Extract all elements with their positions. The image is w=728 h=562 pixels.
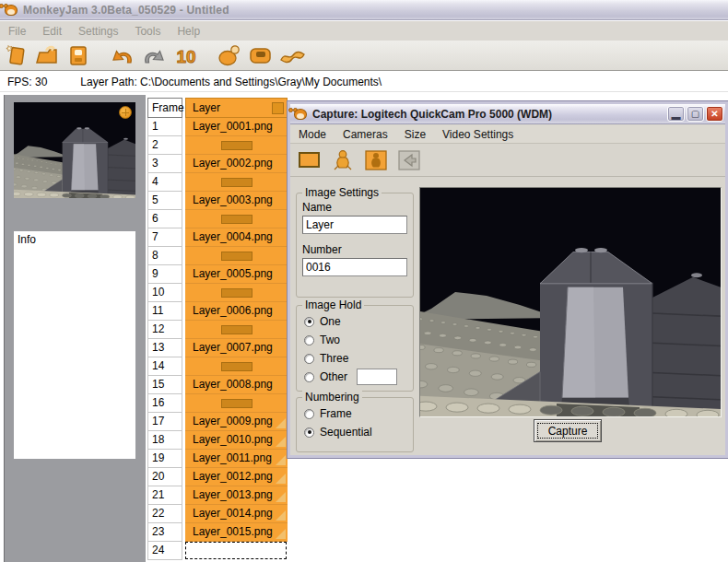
name-input[interactable] <box>302 216 407 234</box>
monkey-live-icon[interactable] <box>329 147 357 173</box>
numbering-option-sequential[interactable]: Sequential <box>304 424 413 440</box>
layer-cell[interactable]: Layer_0014.png <box>185 505 288 523</box>
layer-cell[interactable] <box>185 357 288 376</box>
frame-number-cell[interactable]: 18 <box>147 431 182 450</box>
radio-icon[interactable] <box>304 409 314 419</box>
frame-number-cell[interactable]: 15 <box>147 376 182 394</box>
layer-cell[interactable] <box>185 173 288 192</box>
capture-button[interactable]: Capture <box>534 419 602 442</box>
frame-column-header[interactable]: Frame <box>147 98 182 118</box>
layer-cell[interactable]: Layer_0009.png <box>185 413 288 431</box>
preview-panel: Info <box>4 95 146 562</box>
frame-number-cell[interactable]: 23 <box>147 523 182 542</box>
layer-cell[interactable] <box>185 136 288 155</box>
capture-box-icon[interactable] <box>247 42 275 68</box>
menu-edit[interactable]: Edit <box>34 22 70 41</box>
image-hold-option-two[interactable]: Two <box>304 332 413 348</box>
layer-cell[interactable]: Layer_0007.png <box>185 339 288 357</box>
layer-cell[interactable] <box>185 247 288 265</box>
undo-icon[interactable] <box>109 42 136 68</box>
monkey-overlay-icon[interactable] <box>362 147 390 173</box>
frame-number-cell[interactable]: 20 <box>147 468 182 486</box>
radio-icon[interactable] <box>304 317 314 327</box>
frame-number-cell[interactable]: 12 <box>147 321 182 339</box>
frame-number-cell[interactable]: 14 <box>147 357 182 376</box>
layer-cell[interactable] <box>185 321 288 339</box>
layer-cell[interactable] <box>185 542 288 560</box>
menu-mode[interactable]: Mode <box>290 126 335 143</box>
frame-number-cell[interactable]: 2 <box>147 136 182 155</box>
layer-cell[interactable]: Layer_0004.png <box>185 228 288 247</box>
frame-number-cell[interactable]: 6 <box>147 210 182 228</box>
frame-number-cell[interactable]: 8 <box>147 247 182 265</box>
frame-number-cell[interactable]: 1 <box>147 118 182 136</box>
number-input[interactable] <box>302 258 407 276</box>
layer-cell[interactable]: Layer_0015.png <box>185 523 288 542</box>
hold-indicator <box>221 178 252 187</box>
layer-header-button[interactable] <box>272 102 284 114</box>
layer-column-header[interactable]: Layer <box>185 98 288 118</box>
hold-indicator <box>221 362 252 371</box>
layer-cell[interactable]: Layer_0003.png <box>185 192 288 210</box>
radio-icon[interactable] <box>304 372 314 382</box>
layer-cell[interactable]: Layer_0013.png <box>185 486 288 505</box>
capture-frame-icon[interactable] <box>296 147 323 173</box>
hold-indicator <box>221 399 252 408</box>
layer-cell[interactable]: Layer_0008.png <box>185 376 288 394</box>
menu-tools[interactable]: Tools <box>126 22 169 41</box>
frame-number-cell[interactable]: 22 <box>147 505 182 523</box>
radio-icon[interactable] <box>304 427 314 438</box>
video-preview <box>419 187 722 417</box>
layer-cell[interactable] <box>185 394 288 413</box>
layer-cell[interactable]: Layer_0006.png <box>185 302 288 321</box>
layer-cell[interactable] <box>185 210 288 228</box>
monkeyjam-logo-icon <box>4 3 18 18</box>
layer-cell[interactable] <box>185 284 288 302</box>
onion-skin-icon[interactable] <box>216 42 243 68</box>
export-movie-icon[interactable] <box>278 42 306 68</box>
menu-settings[interactable]: Settings <box>70 22 126 41</box>
menu-file[interactable]: File <box>0 22 34 41</box>
frame-number-cell[interactable]: 3 <box>147 155 182 173</box>
close-button[interactable]: ✕ <box>706 106 723 122</box>
frame-number-cell[interactable]: 11 <box>147 302 182 321</box>
frame-number-cell[interactable]: 5 <box>147 192 182 210</box>
frame-number-cell[interactable]: 17 <box>147 413 182 431</box>
image-hold-option-one[interactable]: One <box>304 313 413 330</box>
menu-size[interactable]: Size <box>396 126 434 143</box>
redo-icon[interactable] <box>140 42 168 68</box>
radio-icon[interactable] <box>304 335 314 345</box>
radio-label: Other <box>320 370 347 383</box>
frame-number-cell[interactable]: 4 <box>147 173 182 192</box>
layer-cell[interactable]: Layer_0002.png <box>185 155 288 173</box>
other-hold-input[interactable] <box>357 369 397 385</box>
menu-help[interactable]: Help <box>169 22 208 41</box>
frame-number-cell[interactable]: 10 <box>147 284 182 302</box>
preview-nav-button-icon[interactable] <box>119 106 132 119</box>
layer-cell[interactable]: Layer_0011.png <box>185 450 288 468</box>
layer-cell[interactable]: Layer_0012.png <box>185 468 288 486</box>
menu-video-settings[interactable]: Video Settings <box>434 126 522 143</box>
image-hold-option-three[interactable]: Three <box>304 350 413 367</box>
new-document-icon[interactable] <box>2 42 29 68</box>
frame-number-cell[interactable]: 13 <box>147 339 182 357</box>
frame-number-cell[interactable]: 9 <box>147 265 182 284</box>
frame-number-cell[interactable]: 7 <box>147 228 182 247</box>
layer-cell[interactable]: Layer_0010.png <box>185 431 288 450</box>
numbering-option-frame[interactable]: Frame <box>304 405 413 422</box>
layer-cell[interactable]: Layer_0005.png <box>185 265 288 284</box>
layer-cell[interactable]: Layer_0001.png <box>185 118 288 136</box>
open-xsheet-icon[interactable] <box>33 42 61 68</box>
frame-number-cell[interactable]: 21 <box>147 486 182 505</box>
frame-number-cell[interactable]: 24 <box>147 542 182 560</box>
frame-rate-10-icon[interactable]: 10 <box>171 42 199 68</box>
image-hold-option-other[interactable]: Other <box>304 369 413 385</box>
maximize-button[interactable]: ▢ <box>687 106 704 122</box>
frame-number-cell[interactable]: 16 <box>147 394 182 413</box>
radio-icon[interactable] <box>304 354 314 364</box>
capture-titlebar[interactable]: Capture: Logitech QuickCam Pro 5000 (WDM… <box>290 104 725 124</box>
save-icon[interactable] <box>65 42 92 68</box>
minimize-button[interactable]: ▬ <box>667 106 685 122</box>
menu-cameras[interactable]: Cameras <box>335 126 396 143</box>
frame-number-cell[interactable]: 19 <box>147 450 182 468</box>
